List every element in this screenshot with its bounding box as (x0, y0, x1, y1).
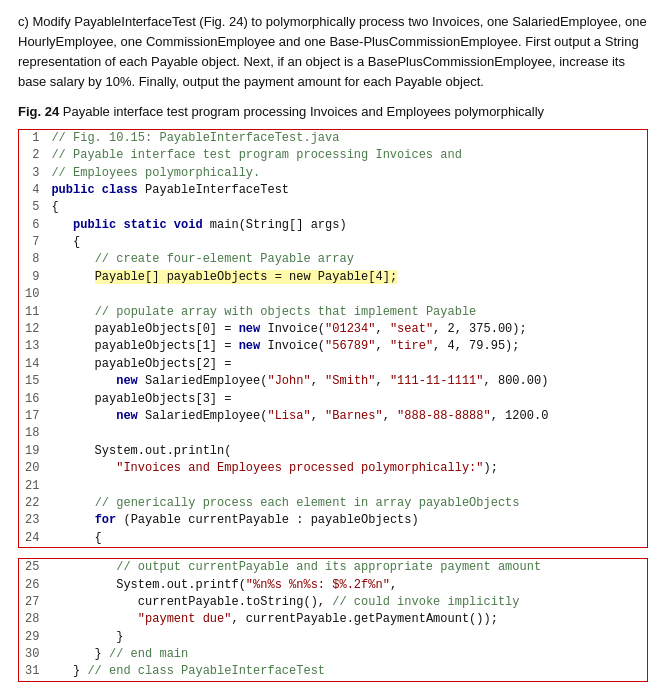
code-line-1: 1 // Fig. 10.15: PayableInterfaceTest.ja… (19, 130, 647, 147)
line-num-3: 3 (19, 165, 47, 182)
code-line-22: 22 // generically process each element i… (19, 495, 647, 512)
code-line-10: 10 (19, 286, 647, 303)
line-code-3: // Employees polymorphically. (47, 165, 647, 182)
line-num-1: 1 (19, 130, 47, 147)
code-line-12: 12 payableObjects[0] = new Invoice("0123… (19, 321, 647, 338)
line-code-22: // generically process each element in a… (47, 495, 647, 512)
line-code-7: { (47, 234, 647, 251)
line-num-12: 12 (19, 321, 47, 338)
line-code-9: Payable[] payableObjects = new Payable[4… (47, 269, 647, 286)
code-line-25: 25 // output currentPayable and its appr… (19, 559, 647, 576)
code-table-bottom: 25 // output currentPayable and its appr… (19, 559, 647, 681)
line-code-17: new SalariedEmployee("Lisa", "Barnes", "… (47, 408, 647, 425)
line-code-28: "payment due", currentPayable.getPayment… (47, 611, 647, 628)
line-code-13: payableObjects[1] = new Invoice("56789",… (47, 338, 647, 355)
code-line-2: 2 // Payable interface test program proc… (19, 147, 647, 164)
page-container: c) Modify PayableInterfaceTest (Fig. 24)… (0, 0, 666, 695)
code-line-26: 26 System.out.printf("%n%s %n%s: $%.2f%n… (19, 577, 647, 594)
code-line-8: 8 // create four-element Payable array (19, 251, 647, 268)
code-line-9: 9 Payable[] payableObjects = new Payable… (19, 269, 647, 286)
line-num-27: 27 (19, 594, 47, 611)
line-num-11: 11 (19, 304, 47, 321)
code-line-6: 6 public static void main(String[] args) (19, 217, 647, 234)
line-num-30: 30 (19, 646, 47, 663)
code-line-14: 14 payableObjects[2] = (19, 356, 647, 373)
line-num-28: 28 (19, 611, 47, 628)
code-line-31: 31 } // end class PayableInterfaceTest (19, 663, 647, 680)
line-num-10: 10 (19, 286, 47, 303)
line-code-27: currentPayable.toString(), // could invo… (47, 594, 647, 611)
line-num-13: 13 (19, 338, 47, 355)
code-line-5: 5 { (19, 199, 647, 216)
code-line-24: 24 { (19, 530, 647, 547)
line-num-24: 24 (19, 530, 47, 547)
fig-caption-text: Payable interface test program processin… (59, 104, 544, 119)
line-num-31: 31 (19, 663, 47, 680)
line-num-25: 25 (19, 559, 47, 576)
line-code-8: // create four-element Payable array (47, 251, 647, 268)
line-num-8: 8 (19, 251, 47, 268)
line-code-21 (47, 478, 647, 495)
code-table-top: 1 // Fig. 10.15: PayableInterfaceTest.ja… (19, 130, 647, 547)
line-code-2: // Payable interface test program proces… (47, 147, 647, 164)
line-code-6: public static void main(String[] args) (47, 217, 647, 234)
line-num-18: 18 (19, 425, 47, 442)
line-code-18 (47, 425, 647, 442)
line-code-24: { (47, 530, 647, 547)
line-code-1: // Fig. 10.15: PayableInterfaceTest.java (47, 130, 647, 147)
line-code-4: public class PayableInterfaceTest (47, 182, 647, 199)
line-code-14: payableObjects[2] = (47, 356, 647, 373)
line-num-17: 17 (19, 408, 47, 425)
line-code-16: payableObjects[3] = (47, 391, 647, 408)
code-line-4: 4 public class PayableInterfaceTest (19, 182, 647, 199)
fig-caption: Fig. 24 Payable interface test program p… (18, 103, 648, 121)
line-num-22: 22 (19, 495, 47, 512)
code-line-3: 3 // Employees polymorphically. (19, 165, 647, 182)
code-line-11: 11 // populate array with objects that i… (19, 304, 647, 321)
line-code-30: } // end main (47, 646, 647, 663)
code-line-30: 30 } // end main (19, 646, 647, 663)
line-code-20: "Invoices and Employees processed polymo… (47, 460, 647, 477)
code-line-18: 18 (19, 425, 647, 442)
code-line-7: 7 { (19, 234, 647, 251)
line-num-14: 14 (19, 356, 47, 373)
line-code-12: payableObjects[0] = new Invoice("01234",… (47, 321, 647, 338)
line-num-19: 19 (19, 443, 47, 460)
code-line-17: 17 new SalariedEmployee("Lisa", "Barnes"… (19, 408, 647, 425)
line-code-19: System.out.println( (47, 443, 647, 460)
code-line-27: 27 currentPayable.toString(), // could i… (19, 594, 647, 611)
line-num-26: 26 (19, 577, 47, 594)
line-num-4: 4 (19, 182, 47, 199)
line-code-25: // output currentPayable and its appropr… (47, 559, 647, 576)
line-code-11: // populate array with objects that impl… (47, 304, 647, 321)
line-num-6: 6 (19, 217, 47, 234)
line-num-7: 7 (19, 234, 47, 251)
line-num-16: 16 (19, 391, 47, 408)
code-line-29: 29 } (19, 629, 647, 646)
line-num-5: 5 (19, 199, 47, 216)
line-code-15: new SalariedEmployee("John", "Smith", "1… (47, 373, 647, 390)
line-num-20: 20 (19, 460, 47, 477)
line-code-10 (47, 286, 647, 303)
code-line-19: 19 System.out.println( (19, 443, 647, 460)
line-code-5: { (47, 199, 647, 216)
code-line-23: 23 for (Payable currentPayable : payable… (19, 512, 647, 529)
code-line-15: 15 new SalariedEmployee("John", "Smith",… (19, 373, 647, 390)
code-line-16: 16 payableObjects[3] = (19, 391, 647, 408)
line-num-2: 2 (19, 147, 47, 164)
description-paragraph: c) Modify PayableInterfaceTest (Fig. 24)… (18, 12, 648, 93)
line-code-31: } // end class PayableInterfaceTest (47, 663, 647, 680)
line-num-9: 9 (19, 269, 47, 286)
line-num-21: 21 (19, 478, 47, 495)
line-code-26: System.out.printf("%n%s %n%s: $%.2f%n", (47, 577, 647, 594)
line-code-29: } (47, 629, 647, 646)
code-line-28: 28 "payment due", currentPayable.getPaym… (19, 611, 647, 628)
line-code-23: for (Payable currentPayable : payableObj… (47, 512, 647, 529)
fig-label: Fig. 24 (18, 104, 59, 119)
code-block-bottom: 25 // output currentPayable and its appr… (18, 558, 648, 682)
line-num-23: 23 (19, 512, 47, 529)
line-num-29: 29 (19, 629, 47, 646)
code-line-21: 21 (19, 478, 647, 495)
code-line-13: 13 payableObjects[1] = new Invoice("5678… (19, 338, 647, 355)
code-block-top: 1 // Fig. 10.15: PayableInterfaceTest.ja… (18, 129, 648, 548)
